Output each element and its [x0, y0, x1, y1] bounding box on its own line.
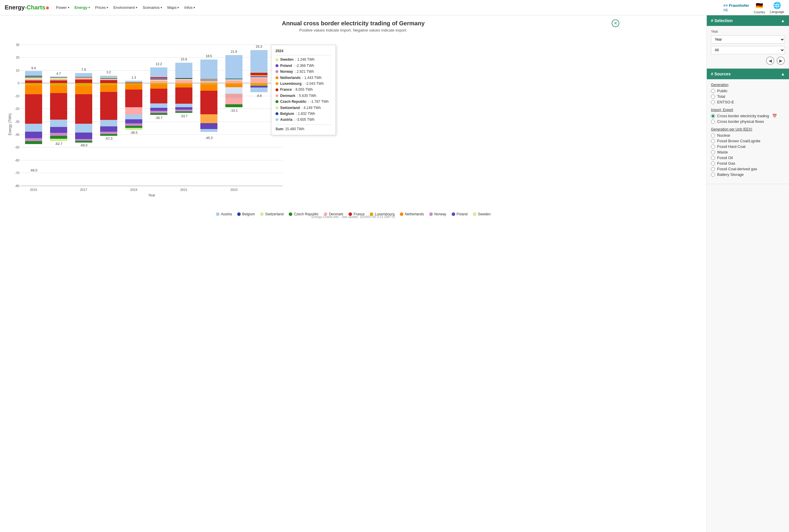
tooltip-row-austria: Austria : -3.605 TWh: [276, 117, 332, 122]
radio-entso-input[interactable]: [711, 100, 715, 104]
radio-coal-derived[interactable]: Fossil Coal-derived gas: [711, 167, 785, 171]
bar-2018[interactable]: 3.2 -57.3: [100, 71, 117, 140]
radio-nuclear[interactable]: Nuclear: [711, 133, 785, 137]
svg-rect-167: [250, 77, 267, 78]
svg-rect-50: [50, 77, 67, 78]
bar-2020[interactable]: 12.2 -30.7: [150, 62, 167, 119]
svg-text:30: 30: [16, 43, 19, 46]
bar-2024[interactable]: 25.3 -9.8: [250, 45, 267, 97]
bar-2023[interactable]: 21.9 -10.1: [225, 50, 243, 112]
svg-rect-170: [250, 76, 267, 76]
tooltip-row-poland: Poland : -2.366 TWh: [276, 63, 332, 69]
filter-select[interactable]: All: [711, 46, 785, 54]
svg-rect-82: [100, 77, 117, 78]
svg-rect-63: [75, 79, 92, 83]
next-button[interactable]: ▶: [777, 57, 785, 65]
radio-fossil-gas-input[interactable]: [711, 162, 715, 166]
radio-total-input[interactable]: [711, 95, 715, 99]
svg-rect-155: [225, 79, 243, 79]
radio-public-input[interactable]: [711, 89, 715, 93]
radio-battery[interactable]: Battery Storage: [711, 172, 785, 177]
svg-rect-28: [25, 78, 42, 79]
svg-rect-168: [250, 77, 267, 77]
sources-header[interactable]: # Sources ▲: [707, 69, 789, 79]
bar-2016[interactable]: 4.7 -62.7: [50, 72, 67, 146]
radio-total[interactable]: Total: [711, 94, 785, 99]
svg-rect-40: [25, 124, 42, 132]
chart-area: Annual cross border electricity trading …: [0, 15, 707, 532]
legend-norway: Norway: [429, 212, 446, 216]
nav-buttons: ◀ ▶: [711, 57, 785, 65]
bar-2022[interactable]: 18.5 -45.3: [200, 54, 218, 140]
radio-fossil-oil[interactable]: Fossil Oil: [711, 155, 785, 160]
prev-button[interactable]: ◀: [766, 57, 774, 65]
nav-right: ≡≡ FraunhoferISE 🇩🇪 Country 🌐 Language: [723, 1, 784, 14]
radio-cross-border-trading[interactable]: Cross border electricity trading 📅: [711, 114, 785, 118]
svg-rect-56: [50, 127, 67, 133]
svg-rect-160: [225, 98, 243, 104]
nav-infos[interactable]: Infos ▾: [184, 4, 195, 11]
nav-environment[interactable]: Environment ▾: [113, 4, 137, 11]
radio-nuclear-input[interactable]: [711, 133, 715, 137]
selection-label: # Selection: [711, 18, 733, 23]
y-axis-label: Energy (TWh): [8, 113, 12, 135]
radio-hard-coal[interactable]: Fossil Hard Coal: [711, 144, 785, 149]
bar-2019[interactable]: 1.3 -36.5: [125, 76, 142, 134]
chart-title: Annual cross border electricity trading …: [6, 20, 701, 27]
nav-maps[interactable]: Maps ▾: [167, 4, 179, 11]
svg-rect-31: [25, 76, 42, 77]
radio-coal-derived-input[interactable]: [711, 167, 715, 171]
radio-waste-input[interactable]: [711, 150, 715, 154]
svg-rect-171: [250, 75, 267, 76]
close-button[interactable]: ✕: [612, 19, 619, 27]
nav-energy[interactable]: Energy ▾: [75, 4, 90, 11]
svg-rect-152: [225, 80, 243, 83]
language-button[interactable]: 🌐 Language: [770, 2, 784, 14]
period-select[interactable]: Year Month Week Day: [711, 35, 785, 43]
bar-2017[interactable]: 7.9 -68.0: [75, 68, 92, 147]
bar-2021[interactable]: 15.9 -33.7: [175, 57, 192, 118]
radio-battery-input[interactable]: [711, 173, 715, 177]
tooltip-row-norway: Norway : 2.921 TWh: [276, 69, 332, 75]
nav-scenarios[interactable]: Scenarios ▾: [143, 4, 162, 11]
radio-fossil-gas[interactable]: Fossil Gas: [711, 161, 785, 166]
svg-rect-101: [125, 126, 142, 128]
svg-text:0: 0: [18, 81, 19, 85]
radio-brown-coal-input[interactable]: [711, 139, 715, 143]
nav-prices[interactable]: Prices ▾: [95, 4, 108, 11]
sources-arrow: ▲: [781, 72, 785, 76]
country-button[interactable]: 🇩🇪 Country: [754, 1, 766, 14]
legend-france: France: [349, 212, 364, 216]
svg-rect-30: [25, 77, 42, 77]
nav-power[interactable]: Power ▾: [56, 4, 69, 11]
radio-entso[interactable]: ENTSO-E: [711, 100, 785, 104]
chart-legend: Austria Belgium Switzerland Czech Republ…: [6, 212, 701, 216]
radio-hard-coal-input[interactable]: [711, 145, 715, 149]
svg-rect-113: [150, 84, 167, 89]
bar-2015[interactable]: 9.4 -66.0: [25, 66, 42, 172]
legend-poland: Poland: [452, 212, 468, 216]
svg-text:4.7: 4.7: [56, 72, 61, 75]
svg-rect-153: [225, 80, 243, 80]
svg-rect-140: [200, 80, 218, 80]
legend-dot-sweden: [473, 212, 476, 216]
radio-fossil-oil-input[interactable]: [711, 156, 715, 160]
selection-header[interactable]: # Selection ▲: [707, 15, 789, 26]
tooltip-row-netherlands: Netherlands : 1.443 TWh: [276, 75, 332, 81]
svg-rect-93: [125, 82, 142, 83]
radio-public[interactable]: Public: [711, 89, 785, 93]
radio-cross-border-physical-input[interactable]: [711, 119, 715, 124]
legend-denmark: Denmark: [324, 212, 343, 216]
svg-rect-64: [75, 78, 92, 79]
svg-rect-125: [175, 79, 192, 79]
radio-brown-coal[interactable]: Fossil Brown Coal/Lignite: [711, 139, 785, 143]
svg-rect-118: [150, 113, 167, 115]
legend-dot-netherlands: [400, 212, 403, 216]
svg-rect-124: [175, 79, 192, 80]
radio-cross-border-physical[interactable]: Cross border physical flows: [711, 119, 785, 124]
svg-rect-84: [100, 86, 117, 92]
selection-arrow: ▲: [781, 18, 785, 23]
radio-waste[interactable]: Waste: [711, 150, 785, 154]
radio-cross-border-trading-input[interactable]: [711, 114, 715, 118]
cross-border-physical-label: Cross border physical flows: [717, 119, 764, 124]
